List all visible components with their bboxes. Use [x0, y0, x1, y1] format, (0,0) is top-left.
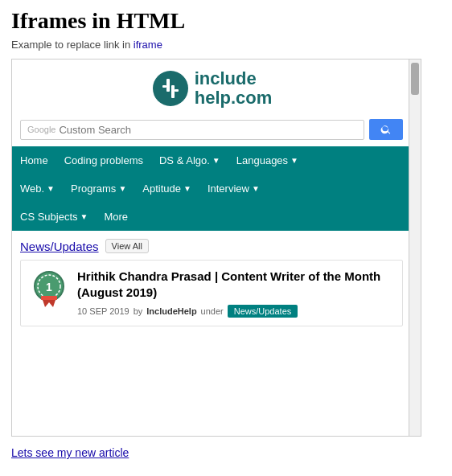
- page-subtitle: Example to replace link in iframe: [11, 39, 441, 51]
- nav-row-1: Home Coding problems DS & Algo. ▼ Langua…: [12, 146, 411, 174]
- news-under: under: [201, 306, 224, 316]
- svg-rect-8: [41, 296, 57, 300]
- scrollbar-thumb[interactable]: [411, 63, 419, 95]
- logo-icon: [151, 69, 190, 108]
- bottom-link[interactable]: Lets see my new article: [11, 446, 129, 459]
- nav-web-arrow: ▼: [47, 184, 55, 193]
- nav-home[interactable]: Home: [12, 146, 56, 174]
- news-date: 10 SEP 2019: [77, 306, 129, 316]
- page-title: Iframes in HTML: [11, 8, 441, 34]
- svg-rect-3: [162, 85, 166, 88]
- news-author: IncludeHelp: [146, 306, 196, 316]
- svg-rect-1: [166, 79, 170, 92]
- search-bar: Google: [12, 114, 411, 146]
- news-header: News/Updates View All: [20, 239, 403, 253]
- subtitle-text: Example to replace link in: [11, 39, 134, 51]
- view-all-button[interactable]: View All: [105, 239, 149, 253]
- search-icon: [380, 124, 392, 135]
- news-card: 1 Hrithik Chandra Prasad | Content Write…: [20, 260, 403, 326]
- nav-more[interactable]: More: [96, 203, 136, 231]
- nav-int-arrow: ▼: [252, 184, 260, 193]
- svg-point-0: [153, 71, 188, 106]
- iframe-inner: include help.com Google Home Coding prob…: [12, 60, 411, 437]
- nav-row-2: Web. ▼ Programs ▼ Aptitude ▼ Interview ▼: [12, 174, 411, 203]
- nav-cs[interactable]: CS Subjects ▼: [12, 203, 96, 231]
- iframe-link[interactable]: iframe: [134, 39, 162, 51]
- nav-bar: Home Coding problems DS & Algo. ▼ Langua…: [12, 146, 411, 231]
- nav-programs[interactable]: Programs ▼: [63, 174, 134, 203]
- search-input[interactable]: [59, 124, 357, 136]
- logo-line2: help.com: [195, 88, 273, 108]
- news-card-content: Hrithik Chandra Prasad | Content Writer …: [77, 269, 394, 318]
- news-card-meta: 10 SEP 2019 by IncludeHelp under News/Up…: [77, 305, 394, 318]
- nav-lang-arrow: ▼: [290, 156, 298, 165]
- iframe-container: include help.com Google Home Coding prob…: [11, 59, 421, 437]
- svg-text:1: 1: [46, 281, 52, 293]
- nav-web[interactable]: Web. ▼: [12, 174, 63, 203]
- google-label: Google: [27, 125, 55, 134]
- logo-text: include help.com: [195, 69, 273, 108]
- nav-ds[interactable]: DS & Algo. ▼: [151, 146, 228, 174]
- search-input-wrapper: Google: [20, 120, 364, 140]
- nav-coding[interactable]: Coding problems: [56, 146, 151, 174]
- nav-interview[interactable]: Interview ▼: [199, 174, 268, 203]
- svg-rect-2: [171, 85, 175, 98]
- nav-apt-arrow: ▼: [183, 184, 191, 193]
- news-section: News/Updates View All 1 Hrithik Chandra …: [12, 231, 411, 331]
- nav-row-3: CS Subjects ▼ More: [12, 203, 411, 231]
- nav-prog-arrow: ▼: [118, 184, 126, 193]
- nav-cs-arrow: ▼: [80, 212, 88, 221]
- bottom-link-area: Lets see my new article: [11, 446, 441, 459]
- news-by: by: [134, 306, 143, 316]
- svg-rect-4: [175, 89, 179, 92]
- badge-icon: 1: [29, 269, 69, 317]
- search-button[interactable]: [369, 119, 403, 140]
- nav-ds-arrow: ▼: [212, 156, 220, 165]
- news-tag: News/Updates: [228, 305, 298, 318]
- nav-aptitude[interactable]: Aptitude ▼: [134, 174, 199, 203]
- nav-languages[interactable]: Languages ▼: [228, 146, 306, 174]
- logo-area: include help.com: [12, 60, 411, 114]
- logo-line1: include: [195, 69, 273, 88]
- news-section-title[interactable]: News/Updates: [20, 240, 99, 253]
- news-card-title: Hrithik Chandra Prasad | Content Writer …: [77, 269, 394, 300]
